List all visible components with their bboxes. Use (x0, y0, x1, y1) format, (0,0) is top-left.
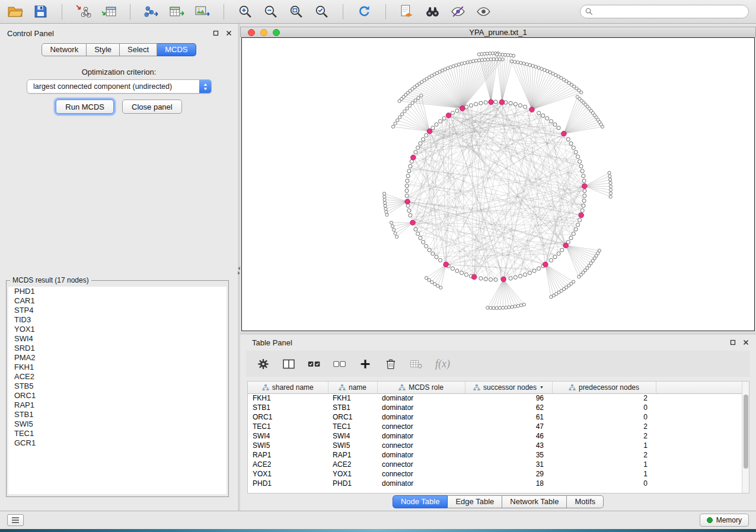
show-all-button[interactable] (476, 4, 492, 19)
close-table-panel-icon[interactable] (742, 338, 750, 347)
zoom-in-button[interactable] (237, 4, 253, 19)
cell-name: SWI4 (328, 431, 377, 441)
tab-mcds[interactable]: MCDS (157, 43, 196, 56)
refresh-view-button[interactable] (356, 4, 372, 19)
cell-shared-name: ORC1 (248, 412, 328, 422)
save-session-button[interactable] (33, 4, 49, 19)
cell-predecessor-nodes: 0 (552, 479, 656, 488)
tab-select[interactable]: Select (120, 43, 157, 56)
tab-motifs[interactable]: Motifs (567, 495, 604, 508)
export-table-button[interactable] (169, 4, 185, 19)
float-panel-icon[interactable] (212, 29, 220, 37)
zoom-selected-button[interactable] (314, 4, 330, 19)
table-settings-button[interactable] (257, 358, 270, 370)
table-row[interactable]: ORC1ORC1dominator610 (248, 412, 742, 422)
create-column-button[interactable] (359, 358, 372, 370)
zoom-out-button[interactable] (263, 4, 279, 19)
column-header-filler (656, 382, 742, 393)
column-header-shared-name[interactable]: shared name (248, 382, 328, 393)
mcds-result-item[interactable]: SRD1 (8, 344, 227, 353)
zoom-fit-button[interactable] (288, 4, 304, 19)
table-row[interactable]: PHD1PHD1dominator180 (248, 479, 742, 488)
tab-style[interactable]: Style (87, 43, 120, 56)
column-header-label: predecessor nodes (579, 383, 639, 392)
cell-successor-nodes: 46 (465, 431, 552, 441)
mcds-result-item[interactable]: SWI4 (8, 334, 227, 344)
mcds-result-item[interactable]: PMA2 (8, 353, 227, 363)
close-panel-button[interactable]: Close panel (122, 100, 182, 114)
mcds-result-item[interactable]: RAP1 (8, 400, 227, 410)
network-window-titlebar[interactable]: YPA_prune.txt_1 (240, 27, 756, 37)
mcds-result-item[interactable]: STP4 (8, 306, 227, 315)
toggle-graphics-details-button[interactable] (450, 4, 466, 19)
tab-network[interactable]: Network (42, 43, 87, 56)
tab-network-table[interactable]: Network Table (502, 495, 567, 508)
memory-button[interactable]: Memory (700, 514, 749, 527)
table-scrollbar[interactable] (742, 382, 749, 493)
show-columns-button[interactable] (282, 358, 295, 370)
cell-shared-name: SWI4 (248, 431, 328, 441)
mcds-result-item[interactable]: ORC1 (8, 391, 227, 400)
scrollbar-thumb[interactable] (744, 395, 748, 469)
mcds-result-item[interactable]: CAR1 (8, 296, 227, 306)
refresh-icon (356, 4, 372, 19)
table-row[interactable]: TEC1TEC1connector472 (248, 422, 742, 431)
search-field[interactable] (580, 5, 749, 18)
mcds-result-item[interactable]: SWI5 (8, 419, 227, 429)
cell-name: STB1 (328, 403, 377, 412)
tab-edge-table[interactable]: Edge Table (448, 495, 502, 508)
mcds-result-item[interactable]: PHD1 (8, 287, 227, 296)
column-header-successor-nodes[interactable]: successor nodes▼ (465, 382, 552, 393)
control-panel: Control Panel NetworkStyleSelectMCDS Opt… (0, 24, 238, 511)
criterion-dropdown[interactable]: largest connected component (undirected) (27, 79, 212, 94)
table-row[interactable]: STB1STB1dominator620 (248, 403, 742, 412)
mcds-result-list[interactable]: PHD1CAR1STP4TID3YOX1SWI4SRD1PMA2FKH1ACE2… (8, 287, 227, 494)
select-all-button[interactable] (308, 358, 321, 370)
table-row[interactable]: YOX1YOX1connector291 (248, 469, 742, 479)
new-network-from-selection-button[interactable] (399, 4, 415, 19)
search-input[interactable] (596, 7, 744, 17)
mcds-result-item[interactable]: STB1 (8, 410, 227, 419)
mcds-result-item[interactable]: GCR1 (8, 438, 227, 448)
table-row[interactable]: ACE2ACE2connector311 (248, 460, 742, 469)
mcds-result-groupbox: MCDS result (17 nodes) PHD1CAR1STP4TID3Y… (6, 276, 229, 497)
table-column-icon (339, 384, 346, 391)
table-row[interactable]: SWI4SWI4dominator462 (248, 431, 742, 441)
open-session-button[interactable] (7, 4, 23, 19)
zoom-selected-icon (314, 4, 330, 19)
column-header-name[interactable]: name (328, 382, 377, 393)
mcds-result-item[interactable]: TEC1 (8, 429, 227, 438)
status-bar: Memory (0, 511, 756, 529)
delete-columns-button[interactable] (384, 358, 397, 370)
column-header-predecessor-nodes[interactable]: predecessor nodes (552, 382, 656, 393)
cell-shared-name: FKH1 (248, 393, 328, 403)
table-row[interactable]: RAP1RAP1dominator352 (248, 450, 742, 460)
search-network-button[interactable] (425, 4, 441, 19)
mcds-result-title: MCDS result (17 nodes) (10, 276, 91, 284)
table-row[interactable]: SWI5SWI5connector431 (248, 441, 742, 450)
table-row[interactable]: FKH1FKH1dominator962 (248, 393, 742, 403)
deselect-all-button[interactable] (333, 358, 346, 370)
mcds-result-item[interactable]: YOX1 (8, 325, 227, 334)
mcds-result-item[interactable]: ACE2 (8, 372, 227, 382)
mcds-result-item[interactable]: FKH1 (8, 363, 227, 372)
export-network-button[interactable] (143, 4, 160, 19)
status-menu-button[interactable] (7, 514, 24, 526)
export-image-button[interactable] (194, 4, 210, 19)
close-panel-icon[interactable] (225, 29, 233, 37)
cell-shared-name: PHD1 (248, 479, 328, 488)
network-canvas[interactable] (241, 37, 755, 331)
table-tabbar: Node TableEdge TableNetwork TableMotifs (240, 495, 756, 508)
mcds-result-item[interactable]: STB5 (8, 382, 227, 391)
import-network-button[interactable] (75, 4, 91, 19)
float-table-panel-icon[interactable] (729, 338, 737, 347)
criterion-dropdown-value: largest connected component (undirected) (33, 82, 172, 91)
mcds-result-item[interactable]: TID3 (8, 315, 227, 325)
run-mcds-button[interactable]: Run MCDS (56, 100, 114, 114)
import-table-button[interactable] (101, 4, 117, 19)
tab-node-table[interactable]: Node Table (393, 495, 448, 508)
column-header-mcds-role[interactable]: MCDS role (377, 382, 465, 393)
gear-icon (257, 358, 270, 370)
delete-table-button (410, 358, 423, 370)
network-graph[interactable] (242, 38, 754, 331)
